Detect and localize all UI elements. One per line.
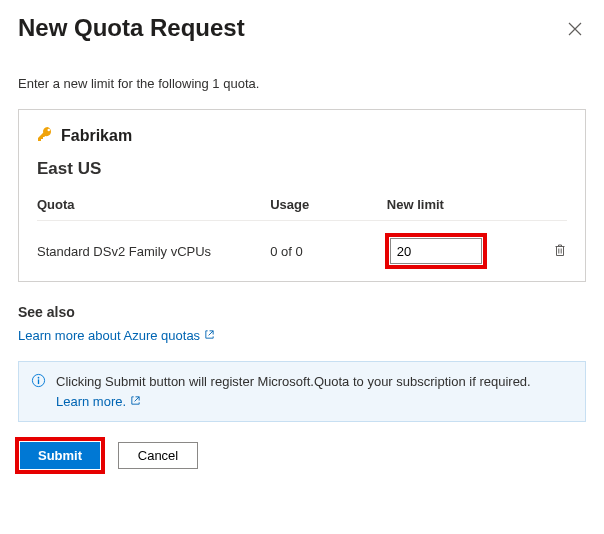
submit-highlight: Submit (18, 440, 102, 471)
action-bar: Submit Cancel (18, 440, 586, 471)
info-learn-more-link[interactable]: Learn more. (56, 392, 141, 412)
subscription-name: Fabrikam (61, 127, 132, 145)
svg-point-1 (38, 377, 40, 379)
subscription-row: Fabrikam (37, 126, 567, 145)
subtitle-text: Enter a new limit for the following 1 qu… (18, 76, 586, 91)
table-header: Quota Usage New limit (37, 197, 567, 221)
page-title: New Quota Request (18, 14, 245, 42)
new-limit-input[interactable] (390, 238, 482, 264)
cell-usage: 0 of 0 (270, 244, 387, 259)
col-header-usage: Usage (270, 197, 387, 212)
close-icon[interactable] (564, 18, 586, 43)
info-icon (31, 373, 46, 394)
external-link-icon (130, 392, 141, 412)
submit-button[interactable]: Submit (20, 442, 100, 469)
external-link-icon (204, 328, 215, 343)
new-limit-highlight (387, 235, 485, 267)
learn-quotas-link[interactable]: Learn more about Azure quotas (18, 328, 215, 343)
learn-quotas-link-text: Learn more about Azure quotas (18, 328, 200, 343)
col-header-new-limit: New limit (387, 197, 514, 212)
key-icon (37, 126, 53, 145)
table-row: Standard DSv2 Family vCPUs 0 of 0 (37, 235, 567, 267)
region-name: East US (37, 159, 567, 179)
svg-rect-2 (38, 379, 39, 384)
info-learn-more-text: Learn more. (56, 392, 126, 412)
info-box: Clicking Submit button will register Mic… (18, 361, 586, 422)
quota-panel: Fabrikam East US Quota Usage New limit S… (18, 109, 586, 282)
cell-quota-name: Standard DSv2 Family vCPUs (37, 244, 270, 259)
info-text: Clicking Submit button will register Mic… (56, 374, 531, 389)
see-also-heading: See also (18, 304, 586, 320)
panel-header: New Quota Request (18, 14, 586, 46)
col-header-quota: Quota (37, 197, 270, 212)
cancel-button[interactable]: Cancel (118, 442, 198, 469)
info-text-container: Clicking Submit button will register Mic… (56, 372, 573, 411)
delete-icon[interactable] (553, 245, 567, 260)
